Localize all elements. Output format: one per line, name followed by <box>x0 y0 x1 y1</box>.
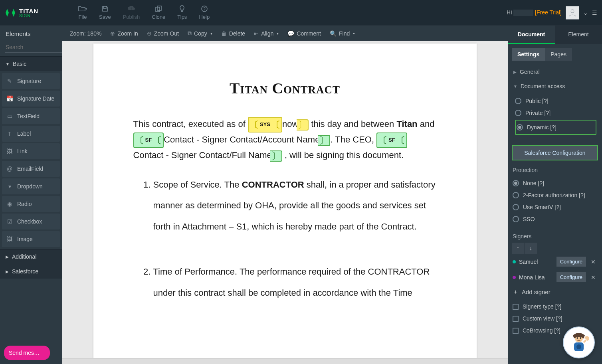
tips-button[interactable]: Tips <box>177 5 187 20</box>
radio-none[interactable]: None [?] <box>513 177 600 189</box>
tab-element[interactable]: Element <box>555 26 602 44</box>
section-general[interactable]: ▶General <box>512 65 598 79</box>
radio-public[interactable]: Public [?] <box>515 95 596 107</box>
signer-color-dot <box>513 260 516 263</box>
brand-name: TITAN <box>19 8 38 14</box>
doc-title: Titan Contract <box>133 79 437 97</box>
help-button[interactable]: ? Help <box>199 5 210 20</box>
find-button[interactable]: 🔍Find▾ <box>330 30 355 37</box>
mascot-icon <box>567 330 591 354</box>
top-actions: ▾ File Save Publish Clone Tips ? Help <box>78 5 210 20</box>
subtab-settings[interactable]: Settings <box>512 48 545 61</box>
save-button[interactable]: Save <box>99 5 111 20</box>
find-icon: 🔍 <box>330 30 337 37</box>
brand-logo: TITAN SIGN <box>5 7 38 18</box>
document-page[interactable]: Titan Contract This contract, executed a… <box>93 44 477 358</box>
signer-row[interactable]: Samuel Configure ✕ <box>512 254 598 269</box>
protection-heading: Protection <box>508 165 602 176</box>
section-doc-access[interactable]: ▼Document access <box>512 79 598 93</box>
element-image[interactable]: 🖼Image <box>2 231 60 247</box>
send-message-button[interactable]: Send mes… <box>4 346 50 360</box>
copy-button[interactable]: ⧉Copy▾ <box>188 30 212 37</box>
clone-icon <box>154 5 163 12</box>
radio-smartv[interactable]: Use SmartV [?] <box>513 201 600 213</box>
section-basic[interactable]: ▼Basic <box>0 56 62 71</box>
subtab-pages[interactable]: Pages <box>545 48 572 61</box>
free-trial-label: [Free Trial] <box>535 9 562 16</box>
sf-tag-fullname[interactable]: 〔SF〔 <box>376 133 407 148</box>
align-button[interactable]: ⇤Align▾ <box>254 30 279 37</box>
check-custom-view[interactable]: Custom view [?] <box>508 313 602 324</box>
element-signature-date[interactable]: 📅Signature Date <box>2 91 60 107</box>
salesforce-config-button[interactable]: Salesforce Configuration <box>512 145 598 160</box>
zoom-out-icon: ⊖ <box>147 30 152 37</box>
element-label[interactable]: TLabel <box>2 126 60 142</box>
signer-configure-button[interactable]: Configure <box>556 257 586 267</box>
doc-body: This contract, executed as of 〔SYS〔now〕 … <box>133 117 437 304</box>
help-mascot[interactable] <box>563 326 595 358</box>
radio-icon: ◉ <box>6 201 13 207</box>
horizontal-scrollbar[interactable] <box>62 358 508 364</box>
doc-toolbar: Zoom: 180% ⊕Zoom In ⊖Zoom Out ⧉Copy▾ 🗑De… <box>62 25 508 41</box>
svg-rect-0 <box>156 7 160 12</box>
delete-button[interactable]: 🗑Delete <box>221 30 245 37</box>
user-avatar[interactable] <box>566 6 579 20</box>
user-menu-chevron-icon[interactable]: ⌄ <box>583 10 588 16</box>
tab-document[interactable]: Document <box>508 26 555 44</box>
greeting: Hi [Free Trial] <box>507 9 562 16</box>
element-signature[interactable]: ✎Signature <box>2 73 60 89</box>
file-menu[interactable]: ▾ File <box>78 5 87 20</box>
left-sidebar: Elements 🔍 ▼Basic ✎Signature 📅Signature … <box>0 25 62 364</box>
svg-rect-1 <box>157 6 161 10</box>
svg-point-9 <box>580 337 581 339</box>
check-signers-type[interactable]: Signers type [?] <box>508 301 602 313</box>
publish-button[interactable]: Publish <box>123 5 140 20</box>
sf-tag-account[interactable]: 〔SF〔 <box>133 133 164 148</box>
zoom-level: Zoom: 180% <box>70 30 101 37</box>
zoom-in-button[interactable]: ⊕Zoom In <box>110 30 138 37</box>
element-emailfield[interactable]: @EmailField <box>2 161 60 177</box>
radio-2fa[interactable]: 2-Factor authorization [?] <box>513 189 600 201</box>
trash-icon: 🗑 <box>221 30 227 37</box>
signer-remove-button[interactable]: ✕ <box>589 274 597 281</box>
menu-icon[interactable]: ☰ <box>592 10 597 16</box>
svg-point-8 <box>577 337 578 339</box>
sys-tag-now[interactable]: 〔SYS〔 <box>248 117 282 133</box>
brand-icon <box>5 7 16 18</box>
section-salesforce[interactable]: ▶Salesforce <box>0 264 62 279</box>
signer-remove-button[interactable]: ✕ <box>589 259 597 265</box>
canvas[interactable]: Titan Contract This contract, executed a… <box>62 41 508 358</box>
comment-icon: 💬 <box>287 30 294 37</box>
top-header: TITAN SIGN ▾ File Save Publish Clone Tip… <box>0 0 602 25</box>
add-signer-button[interactable]: ＋Add signer <box>512 285 598 299</box>
signer-color-dot <box>513 276 516 279</box>
element-dropdown[interactable]: ▾Dropdown <box>2 178 60 194</box>
radio-private[interactable]: Private [?] <box>515 107 596 119</box>
main-area: Zoom: 180% ⊕Zoom In ⊖Zoom Out ⧉Copy▾ 🗑De… <box>62 25 508 364</box>
copy-icon: ⧉ <box>188 30 192 37</box>
header-right: Hi [Free Trial] ⌄ ☰ <box>507 6 597 20</box>
file-icon: ▾ <box>78 5 87 12</box>
svg-text:?: ? <box>203 7 206 11</box>
right-panel: Document Element Settings Pages ▶General… <box>508 25 602 364</box>
signer-down-button[interactable]: ↓ <box>525 243 537 254</box>
brand-text: TITAN SIGN <box>19 8 38 18</box>
signer-up-button[interactable]: ↑ <box>512 243 525 254</box>
pencil-icon: ✎ <box>6 78 13 84</box>
signer-row[interactable]: Mona Lisa Configure ✕ <box>512 269 598 285</box>
section-additional[interactable]: ▶Additional <box>0 249 62 264</box>
comment-button[interactable]: 💬Comment <box>287 30 321 37</box>
signer-name: Samuel <box>519 259 538 265</box>
element-textfield[interactable]: ▭TextField <box>2 108 60 124</box>
clone-button[interactable]: Clone <box>152 5 165 20</box>
radio-sso[interactable]: SSO <box>513 213 600 225</box>
element-link[interactable]: 🖼Link <box>2 143 60 159</box>
zoom-out-button[interactable]: ⊖Zoom Out <box>147 30 179 37</box>
element-radio[interactable]: ◉Radio <box>2 196 60 212</box>
image-icon: 🖼 <box>6 148 13 154</box>
image-icon: 🖼 <box>6 236 13 242</box>
element-checkbox[interactable]: ☑Checkbox <box>2 214 60 229</box>
radio-dynamic[interactable]: Dynamic [?] <box>517 121 595 133</box>
dropdown-icon: ▾ <box>6 183 13 190</box>
signer-configure-button[interactable]: Configure <box>556 272 586 282</box>
